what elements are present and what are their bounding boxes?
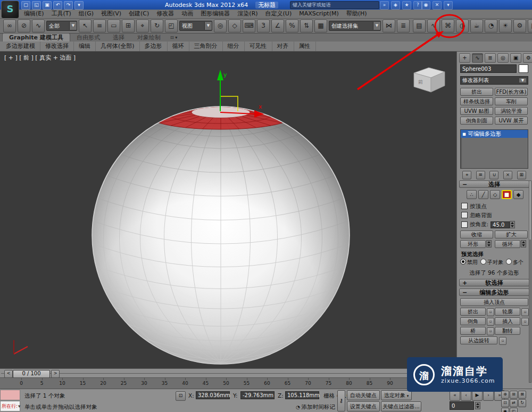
exchange-apps-icon[interactable]: ✕ bbox=[433, 1, 442, 10]
ring-spinner[interactable] bbox=[486, 240, 492, 248]
align-icon[interactable]: ≣ bbox=[397, 20, 410, 32]
zoom-all-icon[interactable]: ⊞ bbox=[510, 391, 518, 399]
modifier-set-button[interactable]: FFD(长方体) bbox=[495, 88, 528, 96]
select-and-rotate-icon[interactable]: ↻ bbox=[151, 20, 163, 32]
rollout-edit-poly-header[interactable]: −编辑多边形 bbox=[459, 289, 529, 296]
modifier-set-button[interactable]: 挤出 bbox=[460, 88, 493, 96]
previous-frame-icon[interactable]: ‹ bbox=[461, 390, 471, 401]
communication-center-icon[interactable]: ◈ bbox=[391, 1, 400, 10]
ignore-backfacing-checkbox[interactable] bbox=[461, 212, 468, 218]
redo-icon[interactable]: ↷ bbox=[64, 1, 73, 10]
panel-scrollbar[interactable] bbox=[529, 180, 531, 383]
search-button-icon[interactable]: » bbox=[380, 1, 389, 10]
rollout-selection-header[interactable]: −选择 bbox=[459, 180, 529, 188]
selection-lock-toggle[interactable]: ⊡ bbox=[176, 391, 186, 401]
桥-settings-icon[interactable]: ▫ bbox=[487, 327, 494, 335]
ribbon-subtab[interactable]: 对齐 bbox=[272, 42, 294, 51]
edge-mode-icon[interactable]: ╱ bbox=[478, 190, 488, 199]
倒角-button[interactable]: 倒角 bbox=[460, 317, 486, 325]
modifier-set-button[interactable]: 涡轮平滑 bbox=[495, 107, 528, 115]
curve-editor-icon[interactable]: ∿ bbox=[427, 20, 440, 32]
new-scene-icon[interactable]: ▢ bbox=[21, 1, 30, 10]
menu-item[interactable]: 修改器 bbox=[153, 10, 178, 18]
pan-icon[interactable]: ⇄ bbox=[510, 399, 518, 407]
ribbon-subtab[interactable]: 细分 bbox=[223, 42, 245, 51]
倒角-settings-icon[interactable]: ▫ bbox=[487, 318, 494, 326]
set-key-mode-button[interactable]: ⚷ bbox=[337, 390, 345, 411]
select-and-manipulate-icon[interactable]: ◇ bbox=[228, 20, 241, 32]
key-filters-button[interactable]: 关键点过滤器... bbox=[381, 401, 421, 411]
menu-item[interactable]: 动画 bbox=[178, 10, 197, 18]
viewcube[interactable]: 前 bbox=[414, 68, 445, 92]
z-coord-field[interactable]: 105.118mm bbox=[285, 391, 319, 399]
utilities-tab-icon[interactable]: ⚙ bbox=[523, 53, 532, 63]
preview-option-radio[interactable]: 多个 bbox=[506, 259, 523, 266]
zoom-icon[interactable]: ⊕ bbox=[501, 391, 509, 399]
ribbon-tab[interactable]: 选择 bbox=[106, 34, 131, 42]
rectangular-selection-region-icon[interactable]: ▭ bbox=[107, 20, 120, 32]
polygon-mode-icon[interactable]: ■ bbox=[502, 190, 512, 199]
percent-snap-icon[interactable]: % bbox=[286, 20, 298, 32]
radio-icon[interactable] bbox=[506, 259, 512, 265]
make-unique-icon[interactable]: ∪ bbox=[489, 171, 498, 179]
modifier-set-button[interactable]: 车削 bbox=[495, 97, 528, 105]
material-editor-icon[interactable]: ◑ bbox=[456, 20, 469, 32]
插入-settings-icon[interactable]: ▫ bbox=[521, 318, 529, 326]
menu-item[interactable]: 工具(T) bbox=[48, 10, 75, 18]
angle-snap-icon[interactable]: ∠ bbox=[271, 20, 284, 32]
create-tab-icon[interactable]: + bbox=[459, 53, 470, 63]
track-bar[interactable]: 0510152025303540455055606570758085909510… bbox=[0, 377, 456, 389]
modifier-set-button[interactable]: UVW 贴图 bbox=[460, 107, 493, 115]
border-mode-icon[interactable]: ◇ bbox=[490, 190, 500, 199]
auto-key-button[interactable]: 自动关键点 bbox=[347, 390, 380, 400]
angle-spinner[interactable] bbox=[510, 221, 515, 228]
previous-frame-button[interactable]: < bbox=[4, 370, 13, 378]
modifier-list-dropdown[interactable]: 修改器列表▼ bbox=[460, 76, 528, 85]
menu-item[interactable]: 自定义(U) bbox=[262, 10, 296, 18]
轮廓-button[interactable]: 轮廓 bbox=[495, 308, 520, 316]
modifier-set-button[interactable]: 倒角剖面 bbox=[460, 117, 493, 125]
sign-in-icon[interactable]: ◉ bbox=[421, 1, 430, 10]
render-iterative-icon[interactable]: ◔ bbox=[485, 20, 497, 32]
menu-item[interactable]: 渲染(R) bbox=[234, 10, 261, 18]
mirror-icon[interactable]: ⋈ bbox=[383, 20, 395, 32]
menu-item[interactable]: 编辑(E) bbox=[20, 10, 48, 18]
menu-item[interactable]: 创建(C) bbox=[125, 10, 153, 18]
ribbon-subtab[interactable]: 属性 bbox=[294, 42, 316, 51]
viewcube-front-face-label[interactable]: 前 bbox=[418, 79, 423, 85]
insert-vertex-button[interactable]: 插入顶点 bbox=[460, 298, 528, 306]
radio-icon[interactable] bbox=[460, 259, 466, 265]
ribbon-subtab[interactable]: 三角剖分 bbox=[189, 42, 223, 51]
save-file-icon[interactable]: ▣ bbox=[43, 1, 52, 10]
time-slider-handle[interactable]: 0 / 100 bbox=[13, 370, 50, 378]
x-coord-field[interactable]: 328.036mm bbox=[196, 391, 230, 399]
插入-button[interactable]: 插入 bbox=[495, 317, 520, 325]
menu-item[interactable]: MAXScript(M) bbox=[295, 10, 343, 18]
app-logo-button[interactable]: S bbox=[1, 1, 19, 19]
workspace-dropdown-icon[interactable]: ▾ bbox=[74, 1, 84, 10]
render-setup-icon[interactable]: ⚙ bbox=[513, 20, 526, 32]
select-and-scale-icon[interactable]: ◰ bbox=[165, 20, 178, 32]
menu-item[interactable]: 帮助(H) bbox=[343, 10, 371, 18]
set-key-button[interactable]: 设置关键点 bbox=[347, 401, 380, 411]
play-icon[interactable]: ▶ bbox=[472, 390, 483, 401]
favorites-icon[interactable]: ★ bbox=[402, 1, 411, 10]
radio-icon[interactable] bbox=[480, 259, 486, 265]
infocenter-search-input[interactable]: 键入关键字或短语 bbox=[290, 1, 379, 9]
ribbon-subtab[interactable]: 编辑 bbox=[74, 42, 96, 51]
mini-listener-line[interactable]: 所在行:▾ bbox=[0, 401, 20, 411]
hierarchy-tab-icon[interactable]: ≣ bbox=[485, 53, 496, 63]
ribbon-display-options[interactable]: ⊡ ▾ bbox=[170, 34, 177, 42]
selected-filter-dropdown[interactable]: 选定对象 ▾ bbox=[381, 390, 412, 400]
object-name-field[interactable]: Sphere003 bbox=[460, 64, 517, 73]
display-tab-icon[interactable]: ▣ bbox=[510, 53, 521, 63]
named-selection-sets-dropdown[interactable]: 创建选择集▼ bbox=[329, 21, 381, 31]
modifier-stack[interactable]: ▪可编辑多边形 bbox=[460, 129, 528, 169]
pin-stack-icon[interactable]: ⌖ bbox=[462, 171, 471, 179]
ribbon-subtab[interactable]: 修改选择 bbox=[40, 42, 74, 51]
reference-coordinate-dropdown[interactable]: 视图▼ bbox=[179, 21, 212, 31]
vertex-mode-icon[interactable]: ∴ bbox=[467, 190, 477, 199]
menu-item[interactable]: 图形编辑器 bbox=[197, 10, 234, 18]
loop-button[interactable]: 循环 bbox=[495, 240, 520, 248]
rendered-frame-window-icon[interactable]: ▣ bbox=[528, 20, 532, 32]
